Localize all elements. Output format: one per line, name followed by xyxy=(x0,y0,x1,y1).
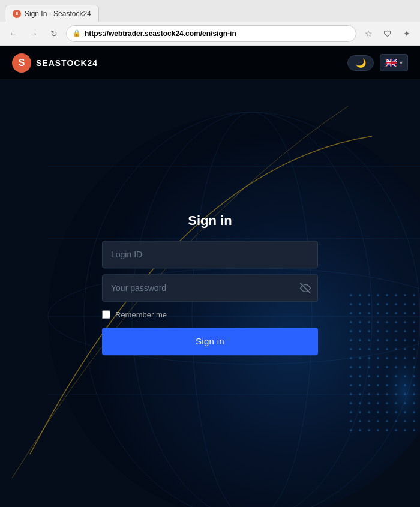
active-tab[interactable]: S Sign In - Seastock24 xyxy=(5,5,99,22)
password-wrapper xyxy=(102,274,318,302)
svg-point-55 xyxy=(386,348,388,350)
svg-point-49 xyxy=(404,339,406,341)
moon-icon: 🌙 xyxy=(356,58,366,68)
header-right: 🌙 🇬🇧 ▾ xyxy=(347,54,408,71)
svg-point-111 xyxy=(386,411,388,413)
svg-point-32 xyxy=(395,321,397,323)
svg-point-124 xyxy=(359,429,361,431)
svg-point-83 xyxy=(350,384,352,386)
svg-point-109 xyxy=(368,411,370,413)
svg-point-23 xyxy=(386,312,388,314)
svg-point-29 xyxy=(368,321,370,323)
bookmark-button[interactable]: ☆ xyxy=(360,25,377,42)
flag-icon: 🇬🇧 xyxy=(385,57,397,68)
signin-button[interactable]: Sign in xyxy=(102,328,318,355)
browser-actions: ☆ 🛡 ✦ xyxy=(360,25,415,42)
svg-point-126 xyxy=(377,429,379,431)
address-domain: seastock24.com xyxy=(145,29,200,38)
svg-point-40 xyxy=(395,330,397,332)
svg-point-101 xyxy=(368,402,370,404)
remember-me-checkbox[interactable] xyxy=(102,310,110,319)
svg-point-89 xyxy=(404,384,406,386)
svg-point-25 xyxy=(404,312,406,314)
svg-point-46 xyxy=(377,339,379,341)
address-bar[interactable]: 🔒 https://webtrader.seastock24.com/en/si… xyxy=(66,25,356,42)
svg-point-33 xyxy=(404,321,406,323)
svg-point-20 xyxy=(359,312,361,314)
svg-point-18 xyxy=(413,303,415,305)
svg-point-115 xyxy=(350,420,352,422)
svg-point-122 xyxy=(413,420,415,422)
svg-point-22 xyxy=(377,312,379,314)
svg-point-86 xyxy=(377,384,379,386)
svg-point-125 xyxy=(368,429,370,431)
language-selector[interactable]: 🇬🇧 ▾ xyxy=(380,54,408,71)
svg-point-113 xyxy=(404,411,406,413)
svg-point-65 xyxy=(404,357,406,359)
refresh-button[interactable]: ↻ xyxy=(46,25,62,42)
svg-point-80 xyxy=(395,375,397,377)
svg-point-119 xyxy=(386,420,388,422)
svg-point-81 xyxy=(404,375,406,377)
svg-point-53 xyxy=(368,348,370,350)
svg-point-3 xyxy=(350,294,352,296)
svg-point-76 xyxy=(359,375,361,377)
remember-me-label[interactable]: Remember me xyxy=(115,310,167,319)
svg-point-70 xyxy=(377,366,379,368)
svg-point-36 xyxy=(359,330,361,332)
extensions-button[interactable]: ✦ xyxy=(398,25,415,42)
svg-point-118 xyxy=(377,420,379,422)
svg-point-11 xyxy=(350,303,352,305)
svg-point-121 xyxy=(404,420,406,422)
svg-point-87 xyxy=(386,384,388,386)
svg-point-127 xyxy=(386,429,388,431)
svg-point-54 xyxy=(377,348,379,350)
svg-point-73 xyxy=(404,366,406,368)
svg-point-77 xyxy=(368,375,370,377)
svg-point-107 xyxy=(350,411,352,413)
tab-title: Sign In - Seastock24 xyxy=(25,10,91,18)
svg-point-16 xyxy=(395,303,397,305)
svg-point-110 xyxy=(377,411,379,413)
password-input[interactable] xyxy=(102,274,318,302)
svg-point-8 xyxy=(395,294,397,296)
svg-point-51 xyxy=(350,348,352,350)
svg-point-75 xyxy=(350,375,352,377)
svg-point-48 xyxy=(395,339,397,341)
svg-point-82 xyxy=(413,375,415,377)
svg-point-26 xyxy=(413,312,415,314)
svg-point-24 xyxy=(395,312,397,314)
svg-point-88 xyxy=(395,384,397,386)
svg-point-21 xyxy=(368,312,370,314)
toggle-password-button[interactable] xyxy=(300,283,311,293)
address-suffix: /en/sign-in xyxy=(200,29,236,38)
signin-form-container: Sign in Remember me Sign in xyxy=(102,213,318,355)
svg-point-41 xyxy=(404,330,406,332)
brand-name: SEASTOCK24 xyxy=(36,58,98,68)
svg-point-128 xyxy=(395,429,397,431)
svg-point-28 xyxy=(359,321,361,323)
svg-point-12 xyxy=(359,303,361,305)
shield-button[interactable]: 🛡 xyxy=(379,25,396,42)
svg-point-6 xyxy=(377,294,379,296)
browser-chrome: S Sign In - Seastock24 ← → ↻ 🔒 https://w… xyxy=(0,0,420,46)
dark-mode-toggle[interactable]: 🌙 xyxy=(347,55,374,71)
address-prefix: https://webtrader. xyxy=(85,29,145,38)
svg-point-27 xyxy=(350,321,352,323)
app-header: S SEASTOCK24 🌙 🇬🇧 ▾ xyxy=(0,46,420,80)
svg-point-4 xyxy=(359,294,361,296)
svg-point-85 xyxy=(368,384,370,386)
svg-point-68 xyxy=(359,366,361,368)
svg-point-45 xyxy=(368,339,370,341)
svg-point-112 xyxy=(395,411,397,413)
svg-point-84 xyxy=(359,384,361,386)
svg-point-38 xyxy=(377,330,379,332)
svg-point-58 xyxy=(413,348,415,350)
svg-point-72 xyxy=(395,366,397,368)
security-lock-icon: 🔒 xyxy=(73,29,81,37)
svg-point-5 xyxy=(368,294,370,296)
forward-button[interactable]: → xyxy=(25,25,42,42)
back-button[interactable]: ← xyxy=(5,25,22,42)
login-id-input[interactable] xyxy=(102,241,318,268)
svg-point-13 xyxy=(368,303,370,305)
